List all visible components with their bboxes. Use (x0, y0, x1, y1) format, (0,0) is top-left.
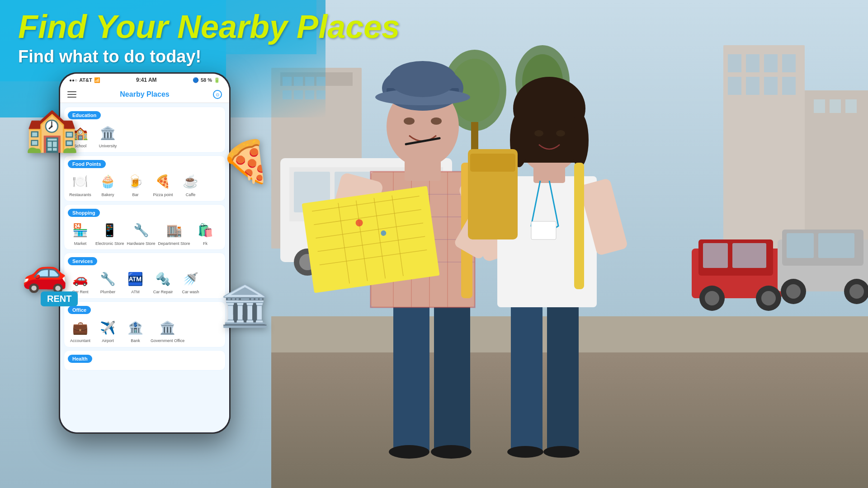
svg-rect-113 (574, 163, 584, 289)
svg-rect-12 (728, 54, 741, 72)
place-bakery[interactable]: 🧁 Bakery (95, 172, 120, 197)
status-left: ●●○ AT&T 📶 (69, 77, 100, 83)
svg-point-46 (705, 291, 719, 305)
svg-rect-52 (818, 233, 854, 258)
car-repair-label: Car Repair (153, 290, 173, 295)
floating-car: 🚗 (22, 251, 68, 294)
government-icon: 🏛️ (158, 318, 178, 338)
svg-rect-13 (746, 54, 760, 72)
svg-rect-14 (764, 54, 778, 72)
phone-screen: ●●○ AT&T 📶 9:41 AM 🔵 58 % 🔋 Nearby Place… (60, 74, 229, 432)
bar-label: Bar (132, 192, 138, 197)
plumber-icon: 🔧 (98, 269, 118, 289)
svg-point-60 (431, 445, 472, 459)
place-bank[interactable]: 🏦 Bank (123, 318, 148, 343)
place-car-repair[interactable]: 🔩 Car Repair (151, 269, 175, 295)
university-label: University (99, 144, 117, 149)
shopping-label: Shopping (68, 209, 100, 217)
nav-bar: Nearby Places ⊙ (60, 86, 229, 103)
phone-wrapper: ●●○ AT&T 📶 9:41 AM 🔵 58 % 🔋 Nearby Place… (59, 72, 231, 434)
place-car-rent[interactable]: 🚗 Car Rent (68, 269, 93, 295)
airport-label: Airport (102, 338, 114, 343)
car-rent-icon: 🚗 (71, 269, 90, 289)
place-caffe[interactable]: ☕ Caffe (178, 172, 203, 197)
svg-point-59 (389, 445, 429, 459)
fk-icon: 🛍️ (195, 221, 215, 240)
status-time: 9:41 AM (136, 77, 157, 83)
education-section: Education 🏫 School 🏛️ University (64, 107, 226, 153)
place-car-wash[interactable]: 🚿 Car wash (178, 269, 203, 295)
car-repair-icon: 🔩 (153, 269, 173, 289)
services-label: Services (68, 257, 97, 265)
svg-point-88 (404, 117, 415, 125)
svg-rect-43 (703, 243, 728, 268)
place-fk[interactable]: 🛍️ Fk (193, 221, 218, 246)
accountant-icon: 💼 (71, 318, 90, 338)
place-atm[interactable]: 🏧 ATM (123, 269, 148, 295)
shopping-items: 🏪 Market 📱 Electronic Store 🔧 Hardware S… (68, 221, 222, 246)
office-items: 💼 Accountant ✈️ Airport 🏦 Bank 🏛️ (68, 318, 222, 343)
battery-icon: 🔋 (214, 77, 220, 83)
pizza-label: Pizza point (153, 192, 173, 197)
place-electronic[interactable]: 📱 Electronic Store (95, 221, 124, 246)
place-university[interactable]: 🏛️ University (95, 123, 120, 149)
place-market[interactable]: 🏪 Market (68, 221, 93, 246)
health-label: Health (68, 355, 92, 363)
car-wash-label: Car wash (182, 290, 199, 295)
market-label: Market (74, 241, 87, 246)
place-hardware[interactable]: 🔧 Hardware Store (127, 221, 156, 246)
svg-rect-115 (470, 154, 515, 172)
phone-content: Education 🏫 School 🏛️ University (60, 103, 229, 432)
main-title: Find Your Nearby Places (18, 9, 400, 45)
pizza-icon: 🍕 (153, 172, 173, 192)
place-department[interactable]: 🏬 Department Store (158, 221, 190, 246)
menu-button[interactable] (67, 91, 76, 98)
svg-rect-116 (470, 176, 515, 235)
caffe-label: Caffe (186, 192, 195, 197)
battery-pct: 58 % (201, 77, 212, 83)
svg-rect-96 (511, 298, 542, 452)
car-wash-icon: 🚿 (181, 269, 201, 289)
shopping-section: Shopping 🏪 Market 📱 Electronic Store 🔧 (64, 204, 226, 250)
svg-rect-22 (830, 99, 841, 113)
place-accountant[interactable]: 💼 Accountant (68, 318, 93, 343)
svg-rect-57 (393, 294, 429, 452)
phone-frame: ●●○ AT&T 📶 9:41 AM 🔵 58 % 🔋 Nearby Place… (59, 72, 231, 434)
electronic-icon: 📱 (100, 221, 120, 240)
svg-point-99 (543, 446, 580, 458)
svg-rect-112 (531, 221, 556, 239)
place-bar[interactable]: 🍺 Bar (123, 172, 148, 197)
wifi-icon: 📶 (94, 77, 100, 83)
health-section: Health (64, 350, 226, 371)
food-section: Food Points 🍽️ Restaurants 🧁 Bakery 🍺 (64, 155, 226, 202)
svg-rect-97 (547, 298, 579, 452)
rent-badge: RENT (41, 291, 78, 306)
place-airport[interactable]: ✈️ Airport (95, 318, 120, 343)
bank-label: Bank (131, 338, 140, 343)
services-section: Services 🚗 Car Rent 🔧 Plumber 🏧 ATM (64, 253, 226, 299)
atm-label: ATM (131, 290, 139, 295)
department-icon: 🏬 (164, 221, 184, 240)
svg-rect-17 (746, 77, 760, 95)
svg-point-109 (556, 130, 565, 136)
floating-pizza-store: 🍕 (221, 138, 271, 185)
department-label: Department Store (158, 241, 190, 246)
svg-point-56 (849, 284, 864, 299)
place-plumber[interactable]: 🔧 Plumber (95, 269, 120, 295)
restaurants-icon: 🍽️ (71, 172, 90, 192)
svg-rect-16 (728, 77, 741, 95)
place-pizza[interactable]: 🍕 Pizza point (151, 172, 175, 197)
floating-office-building: 🏛️ (220, 282, 270, 329)
subtitle: Find what to do today! (18, 47, 400, 66)
svg-point-54 (786, 284, 801, 299)
compass-icon[interactable]: ⊙ (213, 90, 222, 99)
svg-rect-23 (845, 99, 857, 113)
university-icon: 🏛️ (98, 123, 118, 143)
svg-point-89 (431, 117, 442, 125)
education-items: 🏫 School 🏛️ University (68, 123, 222, 149)
place-government[interactable]: 🏛️ Government Office (151, 318, 184, 343)
svg-point-98 (507, 446, 543, 458)
svg-point-107 (571, 113, 589, 167)
bakery-icon: 🧁 (98, 172, 118, 192)
place-restaurants[interactable]: 🍽️ Restaurants (68, 172, 93, 197)
